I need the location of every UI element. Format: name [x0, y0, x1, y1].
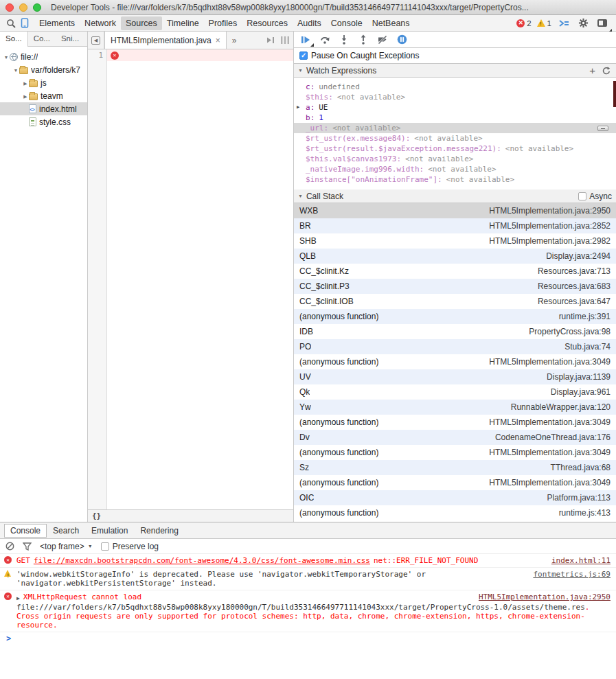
source-location-link[interactable]: fontmetrics.js:69 [523, 570, 611, 579]
source-location-link[interactable]: index.html:11 [542, 556, 611, 565]
device-mode-icon[interactable] [18, 16, 32, 30]
settings-gear-icon[interactable] [576, 16, 590, 30]
call-stack-frame[interactable]: (anonymous function) HTML5Implementation… [294, 415, 616, 430]
call-stack-frame[interactable]: (anonymous function) HTML5Implementation… [294, 445, 616, 460]
show-drawer-icon[interactable] [266, 36, 275, 44]
watch-expression-row[interactable]: $rt_ustr(result.$javaException.message22… [294, 143, 616, 154]
call-stack-frame[interactable]: IDB PropertyCross.java:98 [294, 324, 616, 339]
call-stack-frame[interactable]: Dv CodenameOneThread.java:176 [294, 430, 616, 445]
error-count-badge[interactable]: ✕ 2 [516, 19, 531, 27]
step-over-button[interactable] [316, 33, 334, 47]
watch-expression-row[interactable]: a UE [294, 102, 616, 113]
file-tree-item[interactable]: style.css [0, 115, 87, 128]
call-stack-frame[interactable]: Yw RunnableWrapper.java:120 [294, 400, 616, 415]
source-location-link[interactable]: HTML5Implementation.java:2950 [469, 592, 611, 601]
call-stack-frame[interactable]: Sz TThread.java:68 [294, 460, 616, 475]
step-into-button[interactable] [335, 33, 353, 47]
add-watch-expression-button[interactable] [589, 65, 595, 76]
file-tree-item[interactable]: teavm [0, 89, 87, 102]
warning-count-badge[interactable]: 1 [537, 19, 551, 27]
drawer-tab-console[interactable]: Console [4, 524, 47, 538]
search-icon[interactable] [4, 16, 18, 30]
frame-context-select[interactable]: <top frame> [40, 542, 93, 551]
watch-expression-row[interactable]: c undefined [294, 82, 616, 92]
console-prompt[interactable]: > [0, 632, 616, 637]
close-tab-icon[interactable] [216, 36, 220, 45]
tab-profiles[interactable]: Profiles [204, 16, 242, 30]
watch-expression-row[interactable]: $this.val$canvas1973 <not available> [294, 154, 616, 164]
call-stack-frame[interactable]: BR HTML5Implementation.java:2852 [294, 218, 616, 233]
tab-network[interactable]: Network [80, 16, 121, 30]
watch-expression-row[interactable]: _nativeImage.img996.width <not available… [294, 164, 616, 174]
dock-side-icon[interactable] [595, 16, 609, 30]
editor-tab[interactable]: HTML5Implementation.java [104, 32, 227, 49]
file-tree-item[interactable]: index.html [0, 102, 87, 115]
tab-overflow-icon[interactable]: » [227, 32, 242, 49]
pause-on-caught-checkbox[interactable] [299, 51, 308, 60]
request-url-link[interactable]: file://maxcdn.bootstrapcdn.com/font-awes… [34, 556, 370, 565]
watch-expression-row[interactable]: $instance["onAnimationFrame"] <not avail… [294, 174, 616, 185]
close-window-button[interactable] [5, 3, 14, 12]
watch-expression-row[interactable]: $rt_ustr(ex.message84) <not available> [294, 133, 616, 143]
expand-message-icon[interactable] [16, 594, 20, 603]
watch-expression-row[interactable]: _url <not available> [294, 123, 616, 133]
code-editor[interactable]: 1 [88, 49, 293, 509]
call-stack-header[interactable]: Call Stack Async [294, 189, 616, 203]
minimize-window-button[interactable] [19, 3, 27, 12]
call-stack-frame[interactable]: PO Stub.java:74 [294, 339, 616, 354]
drawer-tab-search[interactable]: Search [47, 524, 85, 538]
tab-console[interactable]: Console [326, 16, 367, 30]
navigator-tab-sources[interactable]: So... [0, 32, 28, 47]
step-out-button[interactable] [354, 33, 372, 47]
refresh-watch-expressions-button[interactable] [602, 67, 611, 75]
async-checkbox[interactable] [578, 192, 586, 200]
preserve-log-checkbox[interactable] [101, 542, 109, 551]
pause-on-exceptions-button[interactable] [393, 33, 411, 47]
tab-netbeans[interactable]: NetBeans [367, 16, 415, 30]
tab-resources[interactable]: Resources [242, 16, 293, 30]
disclosure-triangle-icon[interactable] [12, 67, 19, 73]
toggle-navigator-icon[interactable]: ◀ [88, 32, 104, 49]
disclosure-triangle-icon[interactable] [22, 93, 29, 100]
call-stack-frame[interactable]: UV Display.java:1139 [294, 369, 616, 384]
navigator-tab-snippets[interactable]: Sni... [56, 32, 84, 46]
remove-watch-expression-button[interactable] [597, 126, 608, 131]
watch-expression-row[interactable]: b 1 [294, 113, 616, 123]
file-tree-item[interactable]: var/folders/k7 [0, 63, 87, 76]
drawer-tab-rendering[interactable]: Rendering [134, 524, 184, 538]
call-stack-frame[interactable]: CC_$clinit.IOB Resources.java:647 [294, 294, 616, 309]
call-stack-frame[interactable]: CC_$clinit.Kz Resources.java:713 [294, 264, 616, 279]
tab-elements[interactable]: Elements [34, 16, 80, 30]
call-stack-frame[interactable]: (anonymous function) runtime.js:391 [294, 309, 616, 324]
deactivate-breakpoints-button[interactable] [374, 33, 391, 47]
file-tree-item[interactable]: js [0, 76, 87, 89]
watch-expression-row[interactable]: $this <not available> [294, 92, 616, 102]
tab-sources[interactable]: Sources [121, 16, 162, 30]
show-console-drawer-icon[interactable] [557, 16, 571, 30]
navigator-tab-content-scripts[interactable]: Co... [28, 32, 56, 46]
watch-expressions-header[interactable]: Watch Expressions [294, 64, 616, 78]
zoom-window-button[interactable] [33, 3, 41, 12]
call-stack-frame[interactable]: Qk Display.java:961 [294, 384, 616, 400]
disclosure-triangle-icon[interactable] [3, 54, 10, 60]
call-stack-frame[interactable]: WXB HTML5Implementation.java:2950 [294, 203, 616, 218]
clear-console-icon[interactable] [5, 542, 14, 551]
tab-timeline[interactable]: Timeline [162, 16, 204, 30]
filter-icon[interactable] [23, 542, 32, 551]
tab-audits[interactable]: Audits [293, 16, 326, 30]
call-stack-frame[interactable]: (anonymous function) HTML5Implementation… [294, 475, 616, 490]
panes-icon[interactable] [281, 36, 289, 44]
call-stack-frame[interactable]: SHB HTML5Implementation.java:2982 [294, 233, 616, 249]
call-stack-frame[interactable]: (anonymous function) HTML5Implementation… [294, 354, 616, 369]
disclosure-triangle-icon[interactable] [22, 80, 29, 87]
pretty-print-icon[interactable]: {} [92, 511, 101, 520]
call-stack-frame[interactable]: OIC Platform.java:113 [294, 490, 616, 505]
expand-object-icon[interactable] [297, 104, 299, 110]
file-tree-item[interactable]: file:// [0, 50, 87, 63]
call-stack-frame[interactable]: QLB Display.java:2494 [294, 249, 616, 264]
line-error-icon[interactable] [111, 51, 119, 60]
call-stack-frame[interactable]: (anonymous function) runtime.js:413 [294, 505, 616, 520]
call-stack-frame[interactable]: CC_$clinit.P3 Resources.java:683 [294, 279, 616, 294]
drawer-tab-emulation[interactable]: Emulation [85, 524, 134, 538]
resume-button[interactable] [297, 33, 315, 47]
